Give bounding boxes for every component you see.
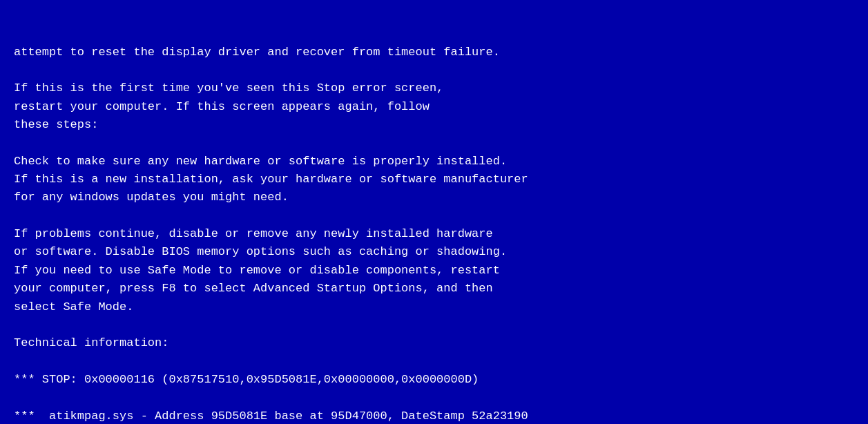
bsod-line: *** STOP: 0x00000116 (0x87517510,0x95D50… xyxy=(14,371,854,389)
bsod-line: for any windows updates you might need. xyxy=(14,189,854,206)
bsod-line xyxy=(14,389,854,407)
bsod-line xyxy=(14,207,854,225)
bsod-line: or software. Disable BIOS memory options… xyxy=(14,243,854,261)
bsod-line: restart your computer. If this screen ap… xyxy=(14,98,854,116)
bsod-line: If you need to use Safe Mode to remove o… xyxy=(14,262,854,280)
bsod-screen: attempt to reset the display driver and … xyxy=(0,0,868,424)
bsod-line xyxy=(14,61,854,79)
bsod-line: attempt to reset the display driver and … xyxy=(14,44,854,61)
bsod-line: your computer, press F8 to select Advanc… xyxy=(14,280,854,298)
bsod-line: *** atikmpag.sys - Address 95D5081E base… xyxy=(14,407,854,424)
bsod-line: If this is the first time you've seen th… xyxy=(14,79,854,97)
bsod-text-block: attempt to reset the display driver and … xyxy=(14,7,854,424)
bsod-line xyxy=(14,316,854,334)
bsod-line: Technical information: xyxy=(14,334,854,352)
bsod-line xyxy=(14,134,854,152)
bsod-line: these steps: xyxy=(14,116,854,134)
bsod-line: If this is a new installation, ask your … xyxy=(14,171,854,189)
bsod-line xyxy=(14,353,854,371)
bsod-line: select Safe Mode. xyxy=(14,298,854,316)
bsod-line: Check to make sure any new hardware or s… xyxy=(14,153,854,171)
bsod-line: If problems continue, disable or remove … xyxy=(14,225,854,243)
